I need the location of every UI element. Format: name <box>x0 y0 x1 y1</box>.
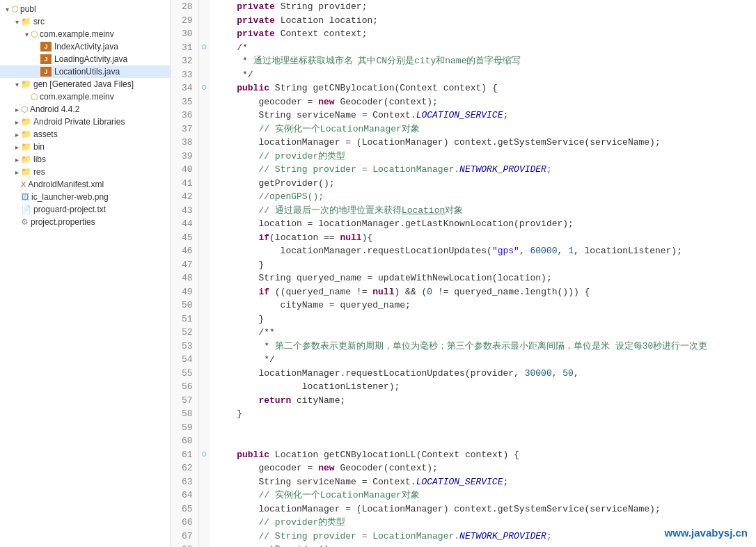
table-row: 29 private Location location; <box>171 14 756 28</box>
sidebar-item-publ[interactable]: ▾⬡publ <box>0 3 170 15</box>
table-row: 56 locationListener); <box>171 380 756 394</box>
line-number: 44 <box>171 217 198 231</box>
line-mark <box>198 489 210 502</box>
tree-label: res <box>33 167 45 177</box>
line-mark: ◯ <box>198 41 210 55</box>
file-icon: 📄 <box>21 205 31 214</box>
sidebar-item-androidPrivate[interactable]: ▸📁Android Private Libraries <box>0 116 170 128</box>
sidebar-item-LoadingActivity[interactable]: JLoadingActivity.java <box>0 53 170 65</box>
table-row: 45 if(location == null){ <box>171 231 756 245</box>
line-number: 42 <box>171 190 198 204</box>
line-number: 48 <box>171 271 198 285</box>
line-number: 38 <box>171 136 198 150</box>
tree-arrow: ▸ <box>13 168 21 176</box>
code-line: // 实例化一个LocationManager对象 <box>210 122 756 136</box>
line-mark <box>198 14 210 28</box>
sidebar-item-ic_launcher[interactable]: 🖼ic_launcher-web.png <box>0 191 170 203</box>
android-icon: ⬡ <box>21 104 28 114</box>
table-row: 51 } <box>171 312 756 326</box>
sidebar-item-IndexActivity[interactable]: JIndexActivity.java <box>0 40 170 53</box>
folder-icon: 📁 <box>21 129 31 139</box>
line-mark <box>198 326 210 340</box>
table-row: 38 locationManager = (LocationManager) c… <box>171 136 756 150</box>
sidebar-item-projectprop[interactable]: ⚙project.properties <box>0 216 170 228</box>
table-row: 65 locationManager = (LocationManager) c… <box>171 502 756 516</box>
sidebar-item-gen[interactable]: ▾📁gen [Generated Java Files] <box>0 78 170 90</box>
sidebar-item-assets[interactable]: ▸📁assets <box>0 128 170 141</box>
table-row: 46 locationManager.requestLocationUpdate… <box>171 244 756 258</box>
code-line: public String getCNBylocation(Context co… <box>210 81 756 95</box>
sidebar-item-libs[interactable]: ▸📁libs <box>0 153 170 166</box>
code-table: 28 private String provider;29 private Lo… <box>171 0 756 547</box>
line-number: 29 <box>171 14 198 28</box>
code-line: private Context context; <box>210 27 756 41</box>
code-line: String queryed_name = updateWithNewLocat… <box>210 271 756 285</box>
sidebar-item-bin[interactable]: ▸📁bin <box>0 141 170 153</box>
sidebar-item-src[interactable]: ▾📁src <box>0 15 170 28</box>
tree-arrow: ▸ <box>13 143 21 151</box>
line-number: 63 <box>171 475 198 489</box>
tree-label: publ <box>20 4 36 14</box>
code-line: locationListener); <box>210 380 756 394</box>
code-editor[interactable]: 28 private String provider;29 private Lo… <box>171 0 756 547</box>
code-line: */ <box>210 353 756 367</box>
package-icon: ⬡ <box>11 4 18 14</box>
table-row: 43 // 通过最后一次的地理位置来获得Location对象 <box>171 204 756 218</box>
line-number: 64 <box>171 489 198 502</box>
line-number: 55 <box>171 367 198 381</box>
line-mark <box>198 475 210 489</box>
line-mark <box>198 285 210 299</box>
sidebar-item-android442[interactable]: ▸⬡Android 4.4.2 <box>0 103 170 116</box>
table-row: 59 <box>171 421 756 435</box>
line-number: 49 <box>171 285 198 299</box>
line-mark <box>198 54 210 68</box>
sidebar-item-com.example.meinv2[interactable]: ⬡com.example.meinv <box>0 90 170 103</box>
line-mark <box>198 122 210 136</box>
code-line: //openGPS(); <box>210 190 756 204</box>
line-mark <box>198 68 210 82</box>
folder-icon: 📁 <box>21 167 31 177</box>
code-line: public Location getCNBylocationLL(Contex… <box>210 448 756 462</box>
code-line: } <box>210 407 756 421</box>
line-number: 34 <box>171 81 198 95</box>
code-line: cityName = queryed_name; <box>210 299 756 312</box>
sidebar-item-AndroidManifest[interactable]: XAndroidManifest.xml <box>0 178 170 191</box>
table-row: 54 */ <box>171 353 756 367</box>
line-number: 39 <box>171 150 198 164</box>
line-mark <box>198 27 210 41</box>
tree-label: com.example.meinv <box>40 92 114 102</box>
code-line: } <box>210 312 756 326</box>
tree-label: assets <box>33 129 58 139</box>
tree-arrow: ▸ <box>13 131 21 138</box>
line-mark: ◯ <box>198 81 210 95</box>
tree-arrow: ▸ <box>13 118 21 126</box>
code-line: * 通过地理坐标获取城市名 其中CN分别是city和name的首字母缩写 <box>210 54 756 68</box>
line-number: 66 <box>171 516 198 530</box>
table-row: 40 // String provider = LocationManager.… <box>171 163 756 177</box>
table-row: 47 } <box>171 258 756 272</box>
sidebar-item-com.example.meinv[interactable]: ▾⬡com.example.meinv <box>0 28 170 40</box>
sidebar-item-proguard[interactable]: 📄proguard-project.txt <box>0 203 170 216</box>
line-mark <box>198 109 210 122</box>
table-row: 39 // provider的类型 <box>171 150 756 164</box>
code-line <box>210 434 756 448</box>
line-number: 46 <box>171 244 198 258</box>
line-mark <box>198 394 210 408</box>
tree-label: com.example.meinv <box>40 29 114 39</box>
tree-label: src <box>33 17 45 26</box>
sidebar-item-LocationUtils[interactable]: JLocationUtils.java <box>0 65 170 78</box>
folder-icon: 📁 <box>21 142 31 152</box>
sidebar-item-res[interactable]: ▸📁res <box>0 166 170 178</box>
line-number: 62 <box>171 461 198 475</box>
line-mark <box>198 502 210 516</box>
line-mark <box>198 543 210 547</box>
line-number: 57 <box>171 394 198 408</box>
line-number: 59 <box>171 421 198 435</box>
code-line: locationManager = (LocationManager) cont… <box>210 136 756 150</box>
file-tree[interactable]: ▾⬡publ▾📁src▾⬡com.example.meinv JIndexAct… <box>0 0 171 547</box>
tree-label: AndroidManifest.xml <box>28 180 104 189</box>
line-number: 51 <box>171 312 198 326</box>
line-number: 35 <box>171 95 198 109</box>
code-line: if ((queryed_name != null) && (0 != quer… <box>210 285 756 299</box>
tree-label: bin <box>33 142 45 152</box>
